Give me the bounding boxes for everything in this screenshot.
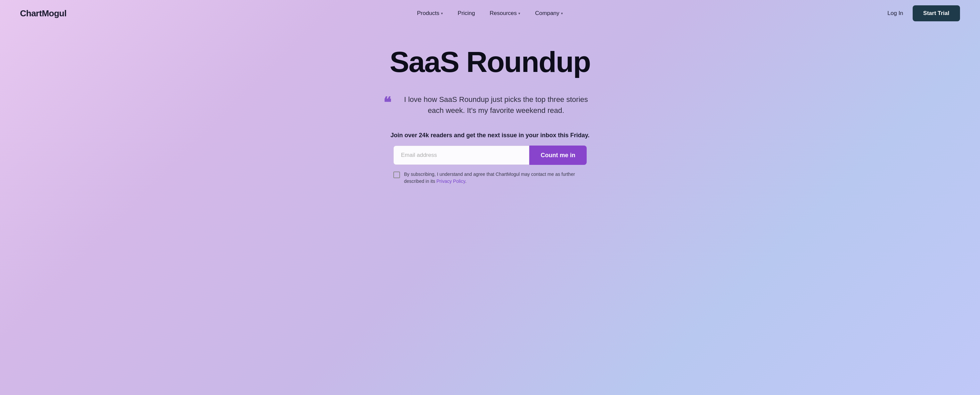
quote-text: I love how SaaS Roundup just picks the t… [395, 94, 597, 116]
join-text: Join over 24k readers and get the next i… [391, 132, 590, 139]
nav-item-resources[interactable]: Resources ▾ [484, 7, 527, 19]
nav-item-pricing[interactable]: Pricing [452, 7, 481, 19]
nav-links: Products ▾ Pricing Resources ▾ Company ▾ [411, 7, 569, 19]
quote-marks-icon: ❝ [383, 95, 390, 110]
nav-item-company[interactable]: Company ▾ [529, 7, 569, 19]
nav-label-resources: Resources [490, 10, 517, 17]
nav-item-products[interactable]: Products ▾ [411, 7, 449, 19]
consent-row: By subscribing, I understand and agree t… [393, 171, 587, 185]
nav-label-products: Products [417, 10, 439, 17]
chevron-down-icon-company: ▾ [561, 11, 563, 16]
email-input[interactable] [393, 146, 529, 165]
signup-form: Count me in [393, 146, 587, 165]
main-content: SaaS Roundup ❝ I love how SaaS Roundup j… [0, 27, 980, 211]
count-me-in-button[interactable]: Count me in [529, 146, 587, 165]
login-link[interactable]: Log In [887, 10, 903, 17]
chevron-down-icon-resources: ▾ [518, 11, 520, 16]
nav-right: Log In Start Trial [887, 5, 960, 21]
consent-text: By subscribing, I understand and agree t… [404, 171, 587, 185]
consent-checkbox[interactable] [393, 171, 400, 178]
navbar: ChartMogul Products ▾ Pricing Resources … [0, 0, 980, 27]
page-title: SaaS Roundup [390, 47, 590, 77]
start-trial-button[interactable]: Start Trial [913, 5, 960, 21]
nav-label-pricing: Pricing [458, 10, 475, 17]
privacy-policy-link[interactable]: Privacy Policy [436, 179, 465, 184]
brand-logo[interactable]: ChartMogul [20, 8, 66, 19]
nav-label-company: Company [535, 10, 559, 17]
quote-section: ❝ I love how SaaS Roundup just picks the… [383, 94, 597, 116]
chevron-down-icon: ▾ [441, 11, 443, 16]
